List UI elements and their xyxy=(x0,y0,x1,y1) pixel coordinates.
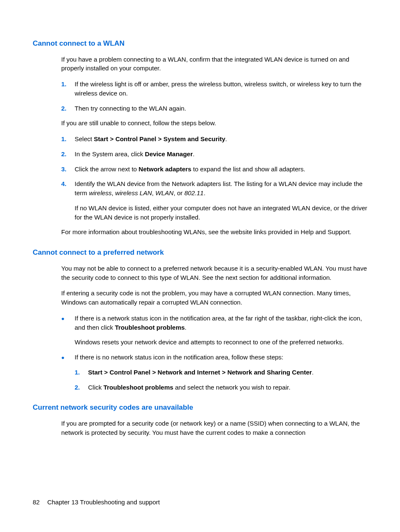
list-content: If there is no network status icon in th… xyxy=(75,353,367,392)
body-text: You may not be able to connect to a pref… xyxy=(61,264,367,282)
list-wireless-steps: 1. If the wireless light is off or amber… xyxy=(61,80,367,113)
outro-text: For more information about troubleshooti… xyxy=(61,227,367,237)
list-number: 2. xyxy=(61,150,75,159)
chapter-label: Chapter 13 Troubleshooting and support xyxy=(47,498,160,506)
list-item: ● If there is no network status icon in … xyxy=(61,353,367,392)
bullet-list: ● If there is a network status icon in t… xyxy=(61,314,367,392)
list-item: 2. Then try connecting to the WLAN again… xyxy=(61,104,367,113)
body-text: If you are prompted for a security code … xyxy=(61,419,367,437)
list-item: 3. Click the arrow next to Network adapt… xyxy=(61,165,367,174)
page-footer: 82Chapter 13 Troubleshooting and support xyxy=(33,498,160,507)
heading-wlan: Cannot connect to a WLAN xyxy=(33,39,367,49)
list-item: 4. Identify the WLAN device from the Net… xyxy=(61,179,367,222)
list-content: Click the arrow next to Network adapters… xyxy=(75,165,367,174)
list-content: Then try connecting to the WLAN again. xyxy=(75,104,367,113)
list-content: If the wireless light is off or amber, p… xyxy=(75,80,367,98)
list-item: 1. Start > Control Panel > Network and I… xyxy=(75,368,367,377)
nested-list: 1. Start > Control Panel > Network and I… xyxy=(75,368,367,392)
heading-preferred: Cannot connect to a preferred network xyxy=(33,248,367,258)
list-device-manager-steps: 1. Select Start > Control Panel > System… xyxy=(61,134,367,222)
list-item: 1. If the wireless light is off or amber… xyxy=(61,80,367,98)
list-content: Select Start > Control Panel > System an… xyxy=(75,134,367,144)
list-content: If there is a network status icon in the… xyxy=(75,314,367,347)
heading-security-codes: Current network security codes are unava… xyxy=(33,403,367,413)
middle-text: If you are still unable to connect, foll… xyxy=(61,119,367,128)
section-security-codes: Current network security codes are unava… xyxy=(33,403,367,437)
bullet-icon: ● xyxy=(61,314,75,347)
list-number: 1. xyxy=(75,368,88,377)
section-cannot-connect-preferred: Cannot connect to a preferred network Yo… xyxy=(33,248,367,392)
intro-text: If you have a problem connecting to a WL… xyxy=(61,55,367,73)
list-number: 4. xyxy=(61,179,75,222)
list-item: 2. Click Troubleshoot problems and selec… xyxy=(75,383,367,392)
list-item: 2. In the System area, click Device Mana… xyxy=(61,150,367,159)
list-number: 2. xyxy=(75,383,88,392)
list-number: 1. xyxy=(61,134,75,144)
list-number: 3. xyxy=(61,165,75,174)
section-cannot-connect-wlan: Cannot connect to a WLAN If you have a p… xyxy=(33,39,367,237)
bullet-icon: ● xyxy=(61,353,75,392)
page-number: 82 xyxy=(33,498,40,507)
list-item: ● If there is a network status icon in t… xyxy=(61,314,367,347)
list-content: Start > Control Panel > Network and Inte… xyxy=(88,368,367,377)
list-content: Identify the WLAN device from the Networ… xyxy=(75,179,367,222)
list-content: Click Troubleshoot problems and select t… xyxy=(88,383,367,392)
list-number: 2. xyxy=(61,104,75,113)
list-number: 1. xyxy=(61,80,75,98)
list-item: 1. Select Start > Control Panel > System… xyxy=(61,134,367,144)
body-text: If entering a security code is not the p… xyxy=(61,289,367,307)
list-content: In the System area, click Device Manager… xyxy=(75,150,367,159)
